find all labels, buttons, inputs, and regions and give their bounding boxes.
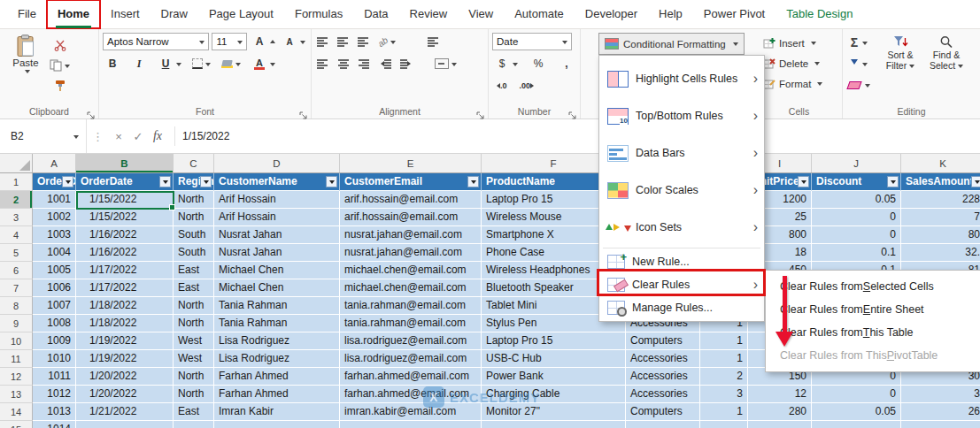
row-header-14[interactable]: 14	[0, 403, 33, 421]
cell-B13[interactable]: 1/20/2022	[76, 386, 174, 403]
cell-A10[interactable]: 1009	[33, 332, 76, 350]
tab-draw[interactable]: Draw	[150, 0, 198, 28]
row-header-1[interactable]: 1	[0, 173, 33, 191]
row-header-8[interactable]: 8	[0, 297, 33, 315]
clear-rules-option-3[interactable]: Clear Rules from This Table	[766, 321, 980, 344]
italic-button[interactable]: I	[129, 55, 149, 73]
cell-D2[interactable]: Arif Hossain	[214, 191, 340, 209]
cell-B6[interactable]: 1/17/2022	[76, 262, 174, 279]
header-cell-region[interactable]: Region	[174, 173, 214, 191]
column-header-E[interactable]: E	[340, 154, 482, 172]
cell-E3[interactable]: arif.hossain@email.com	[340, 209, 482, 226]
header-cell-discount[interactable]: Discount	[812, 173, 901, 191]
cell-D14[interactable]: Imran Kabir	[214, 403, 340, 421]
insert-cells-button[interactable]: Insert	[760, 33, 838, 53]
cell-D6[interactable]: Michael Chen	[214, 262, 340, 279]
cell-A11[interactable]: 1010	[33, 350, 76, 368]
cell-G13[interactable]: Accessories	[626, 386, 700, 403]
cell-G11[interactable]: Accessories	[626, 350, 700, 368]
column-header-C[interactable]: C	[174, 154, 214, 172]
header-cell-orderid[interactable]: OrderID	[33, 173, 76, 191]
delete-cells-button[interactable]: Delete	[760, 53, 838, 73]
align-middle-button[interactable]	[336, 33, 351, 50]
clear-button[interactable]	[846, 75, 872, 95]
align-center-button[interactable]	[336, 55, 351, 73]
cell-F11[interactable]: USB-C Hub	[482, 350, 626, 368]
cell-A2[interactable]: 1001	[33, 191, 76, 209]
number-dialog-launcher[interactable]	[568, 107, 577, 116]
orientation-button[interactable]: ab	[376, 33, 397, 50]
cell-I15[interactable]	[748, 421, 812, 428]
cell-K13[interactable]: 3	[901, 386, 980, 403]
cell-A7[interactable]: 1006	[33, 279, 76, 297]
cell-A13[interactable]: 1012	[33, 386, 76, 403]
cell-B11[interactable]: 1/19/2022	[76, 350, 174, 368]
merge-center-button[interactable]	[433, 55, 459, 73]
decrease-indent-button[interactable]	[376, 55, 393, 73]
cell-B4[interactable]: 1/16/2022	[76, 226, 174, 244]
filter-button-A[interactable]	[62, 176, 73, 187]
cell-K2[interactable]: 228	[901, 191, 980, 209]
cell-C15[interactable]	[174, 421, 214, 428]
cell-C5[interactable]: South	[174, 244, 214, 262]
cell-K5[interactable]: 32.	[901, 244, 980, 262]
cell-C11[interactable]: West	[174, 350, 214, 368]
cell-C6[interactable]: East	[174, 262, 214, 279]
cell-D13[interactable]: Farhan Ahmed	[214, 386, 340, 403]
percent-style-button[interactable]: %	[529, 55, 548, 73]
cell-E7[interactable]: michael.chen@email.com	[340, 279, 482, 297]
cell-E8[interactable]: tania.rahman@email.com	[340, 297, 482, 315]
sort-filter-button[interactable]: Sort & Filter	[877, 34, 923, 95]
tab-data[interactable]: Data	[353, 0, 398, 28]
insert-function-button[interactable]: fx	[148, 129, 167, 143]
filter-button-C[interactable]	[200, 176, 212, 187]
underline-button[interactable]: U	[156, 55, 183, 73]
decrease-font-button[interactable]: A	[280, 33, 307, 50]
cell-A5[interactable]: 1004	[33, 244, 76, 262]
row-header-12[interactable]: 12	[0, 368, 33, 386]
cell-A14[interactable]: 1013	[33, 403, 76, 421]
cell-H13[interactable]: 3	[700, 386, 748, 403]
font-dialog-launcher[interactable]	[299, 107, 308, 116]
column-header-D[interactable]: D	[214, 154, 340, 172]
alignment-dialog-launcher[interactable]	[476, 107, 485, 116]
enter-button[interactable]: ✓	[128, 130, 148, 143]
cell-B14[interactable]: 1/21/2022	[76, 403, 174, 421]
bold-button[interactable]: B	[103, 55, 122, 73]
column-header-B[interactable]: B	[76, 154, 174, 172]
number-format-combo[interactable]: Date	[492, 33, 572, 50]
cell-B3[interactable]: 1/15/2022	[76, 209, 174, 226]
font-size-combo[interactable]: 11	[212, 33, 247, 50]
cell-E12[interactable]: farhan.ahmed@email.com	[340, 368, 482, 386]
cell-D12[interactable]: Farhan Ahmed	[214, 368, 340, 386]
tab-automate[interactable]: Automate	[504, 0, 575, 28]
find-select-button[interactable]: Find & Select	[923, 34, 969, 95]
tab-file[interactable]: File	[7, 0, 47, 28]
filter-button-K[interactable]	[971, 176, 980, 187]
filter-button-B[interactable]	[159, 176, 171, 187]
decrease-decimal-button[interactable]: .00	[518, 77, 539, 95]
cell-E6[interactable]: michael.chen@email.com	[340, 262, 482, 279]
comma-style-button[interactable]: ,	[557, 55, 576, 73]
header-cell-orderdate[interactable]: OrderDate	[76, 173, 174, 191]
cell-J13[interactable]: 0	[812, 386, 901, 403]
cf-menu-item-new-rule[interactable]: New Rule...	[599, 250, 764, 273]
cell-J15[interactable]	[812, 421, 901, 428]
cf-menu-item-highlight-cells-rules[interactable]: Highlight Cells Rules›	[599, 60, 764, 97]
name-box[interactable]: B2	[0, 119, 87, 153]
format-painter-button[interactable]	[48, 77, 72, 95]
wrap-text-button[interactable]	[426, 33, 441, 50]
cancel-button[interactable]: ×	[109, 130, 128, 143]
increase-font-button[interactable]: A	[250, 33, 277, 50]
row-header-6[interactable]: 6	[0, 262, 33, 279]
fill-button[interactable]	[846, 54, 872, 73]
cell-C4[interactable]: South	[174, 226, 214, 244]
cell-I13[interactable]: 12	[748, 386, 812, 403]
format-cells-button[interactable]: Format	[760, 73, 838, 94]
cell-C2[interactable]: North	[174, 191, 214, 209]
cell-D11[interactable]: Lisa Rodriguez	[214, 350, 340, 368]
cell-B5[interactable]: 1/16/2022	[76, 244, 174, 262]
cell-C10[interactable]: West	[174, 332, 214, 350]
increase-indent-button[interactable]	[398, 55, 415, 73]
cell-H10[interactable]: 1	[700, 332, 748, 350]
